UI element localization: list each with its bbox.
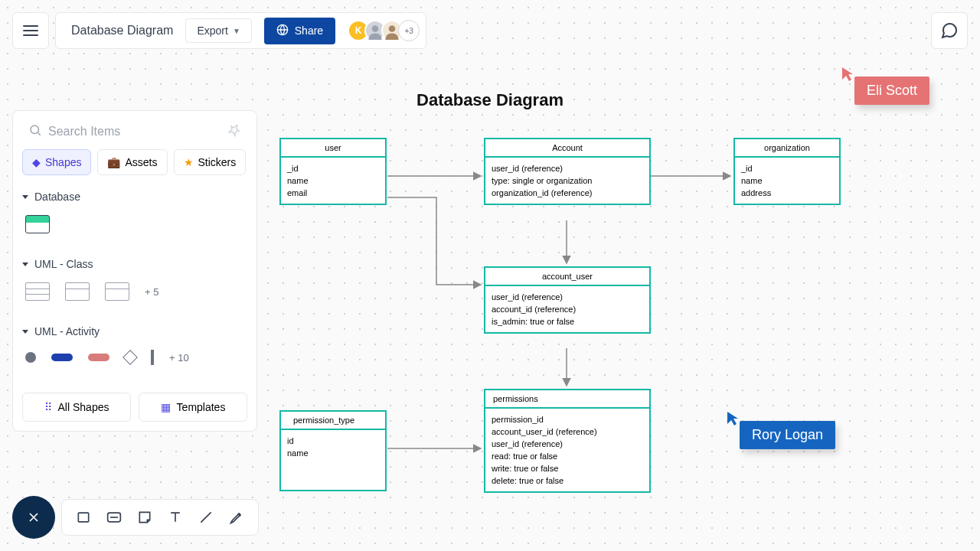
avatar-more[interactable]: +3 xyxy=(398,20,420,41)
tool-sticky[interactable] xyxy=(137,510,152,525)
document-title[interactable]: Database Diagram xyxy=(71,24,173,37)
table-field: _id xyxy=(287,162,379,174)
shape-class-3[interactable] xyxy=(105,282,129,301)
table-user-name: user xyxy=(281,139,385,158)
table-account-user[interactable]: account_user user_id (reference) account… xyxy=(484,266,651,334)
tool-label[interactable] xyxy=(106,510,122,525)
table-field: user_id (reference) xyxy=(492,438,643,450)
chat-icon xyxy=(940,21,959,40)
table-permission-type[interactable]: permission_type id name xyxy=(279,410,387,491)
table-account-name: Account xyxy=(485,139,649,158)
svg-point-1 xyxy=(372,25,379,32)
tab-shapes-label: Shapes xyxy=(45,156,81,168)
shape-activity-action-1[interactable] xyxy=(51,354,73,361)
table-field: email xyxy=(287,187,379,199)
cursor-eli-label: Eli Scott xyxy=(854,77,929,105)
briefcase-icon: 💼 xyxy=(107,156,120,168)
chat-button[interactable] xyxy=(931,12,968,49)
search-input[interactable] xyxy=(48,125,201,139)
section-uml-class[interactable]: UML - Class xyxy=(22,258,247,270)
tab-stickers-label: Stickers xyxy=(198,156,237,168)
shape-activity-start[interactable] xyxy=(25,352,36,363)
shape-activity-action-2[interactable] xyxy=(88,354,109,361)
table-field: _id xyxy=(741,162,833,174)
title-bar: Database Diagram Export ▼ Share K +3 xyxy=(55,12,426,49)
table-field: user_id (reference) xyxy=(492,291,643,303)
shape-db-table[interactable] xyxy=(25,215,50,233)
all-shapes-label: All Shapes xyxy=(58,401,109,413)
cursor-rory: Rory Logan xyxy=(726,410,835,449)
table-user[interactable]: user _id name email xyxy=(279,138,387,205)
section-uml-activity-label: UML - Activity xyxy=(34,325,100,337)
tool-pen[interactable] xyxy=(229,510,244,525)
table-organization[interactable]: organization _id name address xyxy=(733,138,841,205)
table-field: organization_id (reference) xyxy=(492,187,643,199)
uml-class-more[interactable]: + 5 xyxy=(145,286,158,298)
globe-icon xyxy=(276,24,289,38)
table-field: name xyxy=(741,174,833,187)
shape-activity-decision[interactable] xyxy=(122,350,138,365)
cursor-icon xyxy=(841,66,854,83)
pin-icon[interactable] xyxy=(227,123,241,140)
cursor-icon xyxy=(726,410,740,427)
export-button[interactable]: Export ▼ xyxy=(185,18,251,43)
template-icon: ▦ xyxy=(161,401,171,413)
table-permissions-name: permissions xyxy=(485,390,649,409)
table-permissions[interactable]: permissions permission_id account_user_i… xyxy=(484,389,651,493)
section-uml-activity[interactable]: UML - Activity xyxy=(22,325,247,337)
tool-text[interactable] xyxy=(168,510,183,525)
shapes-sidebar: ◆ Shapes 💼 Assets ★ Stickers Database UM… xyxy=(12,110,257,432)
tab-assets[interactable]: 💼 Assets xyxy=(97,149,167,175)
templates-button[interactable]: ▦ Templates xyxy=(139,393,247,422)
tool-rectangle[interactable] xyxy=(76,510,91,525)
star-icon: ★ xyxy=(184,156,194,168)
table-field: name xyxy=(287,174,379,187)
tab-assets-label: Assets xyxy=(125,156,157,168)
section-database-label: Database xyxy=(34,191,80,203)
close-button[interactable] xyxy=(12,496,55,539)
search-icon xyxy=(28,123,42,140)
tab-shapes[interactable]: ◆ Shapes xyxy=(22,149,91,175)
canvas-title[interactable]: Database Diagram xyxy=(416,90,564,110)
grid-icon: ⠿ xyxy=(44,401,52,413)
caret-down-icon: ▼ xyxy=(233,27,240,35)
table-field: user_id (reference) xyxy=(492,162,643,174)
shape-class-1[interactable] xyxy=(25,282,50,301)
caret-down-icon xyxy=(22,262,28,266)
table-account[interactable]: Account user_id (reference) type: single… xyxy=(484,138,651,205)
section-database[interactable]: Database xyxy=(22,191,247,203)
all-shapes-button[interactable]: ⠿ All Shapes xyxy=(22,393,131,422)
table-account-user-name: account_user xyxy=(485,268,649,286)
svg-point-3 xyxy=(31,126,39,134)
collaborators: K +3 xyxy=(348,20,420,41)
caret-down-icon xyxy=(22,195,28,199)
export-label: Export xyxy=(197,24,227,37)
share-button[interactable]: Share xyxy=(264,18,335,44)
table-field: id xyxy=(287,435,379,447)
templates-label: Templates xyxy=(177,401,226,413)
tool-line[interactable] xyxy=(198,510,214,525)
table-field: read: true or false xyxy=(492,450,643,462)
table-field: permission_id xyxy=(492,413,643,425)
cursor-eli: Eli Scott xyxy=(841,66,929,105)
caret-down-icon xyxy=(22,330,28,334)
uml-activity-more[interactable]: + 10 xyxy=(169,352,189,364)
table-field: delete: true or false xyxy=(492,474,643,487)
hamburger-menu[interactable] xyxy=(12,12,49,49)
drawing-toolbar xyxy=(61,499,259,536)
table-field: account_user_id (reference) xyxy=(492,425,643,438)
table-field: name xyxy=(287,447,379,459)
close-icon xyxy=(26,510,41,525)
share-label: Share xyxy=(295,24,323,37)
tab-stickers[interactable]: ★ Stickers xyxy=(174,149,247,175)
svg-point-2 xyxy=(389,25,396,32)
svg-rect-4 xyxy=(78,513,88,522)
table-field: is_admin: true or false xyxy=(492,315,643,328)
shape-class-2[interactable] xyxy=(65,282,90,301)
table-field: account_id (reference) xyxy=(492,303,643,315)
table-field: write: true or false xyxy=(492,462,643,474)
table-permission-type-name: permission_type xyxy=(281,412,385,430)
shape-activity-bar[interactable] xyxy=(151,350,154,365)
table-field: type: single or organization xyxy=(492,174,643,187)
cursor-rory-label: Rory Logan xyxy=(740,421,835,449)
